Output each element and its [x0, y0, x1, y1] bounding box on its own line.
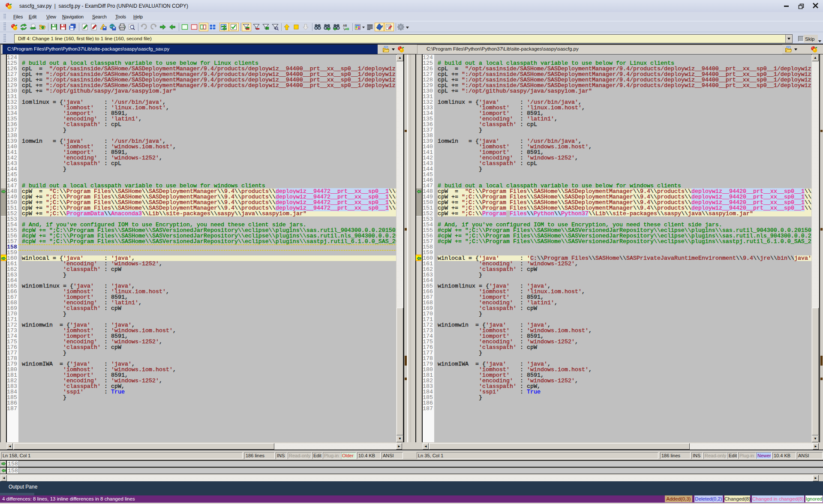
- svg-text:AB: AB: [345, 27, 349, 30]
- svg-text:AB: AB: [343, 24, 347, 27]
